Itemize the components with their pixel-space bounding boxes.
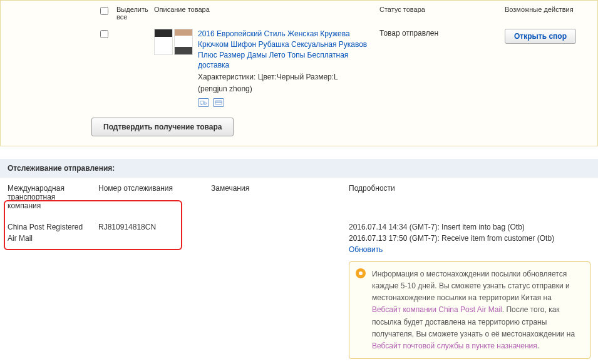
header-select-all: Выделить все	[116, 6, 154, 21]
tracking-number-value: RJ810914818CN	[91, 216, 204, 364]
svg-point-1	[201, 104, 202, 105]
svg-rect-0	[200, 101, 204, 104]
truck-icon[interactable]	[198, 98, 209, 107]
destination-post-link[interactable]: Вебсайт почтовой службы в пункте назначе…	[372, 341, 537, 350]
order-section: Выделить все Описание товара Статус това…	[0, 0, 598, 146]
china-post-link[interactable]: Вебсайт компании China Post Air Mail	[372, 305, 502, 314]
remarks-value	[204, 216, 341, 364]
product-title-link[interactable]: 2016 Европейский Стиль Женская Кружева К…	[198, 29, 367, 69]
card-icon[interactable]	[213, 98, 224, 107]
svg-rect-3	[215, 101, 222, 104]
product-seller: (pengjun zhong)	[198, 84, 373, 94]
open-dispute-button[interactable]: Открыть спор	[505, 29, 576, 44]
tracking-info-box: Информация о местонахождении посылки обн…	[349, 261, 590, 359]
order-table-header: Выделить все Описание товара Статус това…	[1, 1, 597, 26]
th-remarks: Замечания	[204, 178, 341, 216]
product-thumb-2[interactable]	[174, 29, 193, 55]
th-carrier: Международная транспортная компания	[0, 178, 91, 216]
header-actions: Возможные действия	[505, 6, 598, 21]
info-text-3: .	[537, 341, 539, 350]
product-thumb-1[interactable]	[154, 29, 173, 55]
svg-point-2	[204, 104, 205, 105]
item-checkbox[interactable]	[100, 30, 108, 38]
tracking-event: 2016.07.14 14:34 (GMT-7): Insert item in…	[349, 221, 590, 233]
details-cell: 2016.07.14 14:34 (GMT-7): Insert item in…	[341, 216, 598, 364]
th-tracking-number: Номер отслеживания	[91, 178, 204, 216]
header-description: Описание товара	[154, 6, 379, 21]
tracking-row: China Post Registered Air Mail RJ8109148…	[0, 216, 598, 364]
select-all-checkbox[interactable]	[100, 7, 108, 15]
tracking-section: Отслеживание отправления: Международная …	[0, 159, 598, 364]
confirm-receipt-button[interactable]: Подтвердить получение товара	[91, 118, 234, 136]
lightbulb-icon	[356, 268, 366, 278]
info-text-1: Информация о местонахождении посылки обн…	[372, 270, 570, 302]
order-table: Выделить все Описание товара Статус това…	[1, 1, 597, 110]
tracking-title: Отслеживание отправления:	[0, 159, 598, 178]
product-thumbnails	[154, 29, 198, 107]
product-characteristics: Характеристики: Цвет:Черный Размер:L	[198, 72, 373, 83]
tracking-table: Международная транспортная компания Номе…	[0, 178, 598, 364]
item-status: Товар отправлен	[379, 29, 505, 107]
order-item-row: 2016 Европейский Стиль Женская Кружева К…	[1, 26, 597, 110]
tracking-event: 2016.07.13 17:50 (GMT-7): Receive item f…	[349, 233, 590, 244]
carrier-value: China Post Registered Air Mail	[0, 216, 91, 364]
th-details: Подробности	[341, 178, 598, 216]
update-link[interactable]: Обновить	[349, 245, 383, 254]
header-status: Статус товара	[379, 6, 505, 21]
